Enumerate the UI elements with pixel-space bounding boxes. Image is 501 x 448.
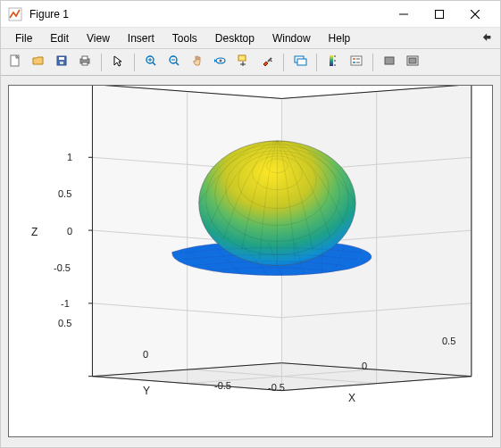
z-tick-1: 1 [67, 152, 72, 162]
menu-file[interactable]: File [6, 29, 41, 47]
printer-icon [78, 54, 92, 71]
data-cursor-button[interactable] [233, 52, 255, 73]
toolbar [1, 49, 500, 76]
y-axis-label: Y [143, 385, 150, 397]
menu-tools[interactable]: Tools [163, 29, 206, 47]
svg-point-20 [220, 60, 222, 62]
hide-plot-tools-button[interactable] [379, 52, 400, 73]
new-figure-button[interactable] [4, 52, 26, 73]
colorbar-icon [326, 54, 340, 71]
zoom-in-button[interactable] [140, 52, 162, 73]
link-icon [293, 54, 307, 71]
x-tick-05: 0.5 [442, 336, 455, 346]
toolbar-separator [316, 54, 317, 71]
x-axis-label: X [348, 392, 355, 404]
svg-line-17 [176, 62, 179, 65]
rotate-icon [213, 54, 228, 71]
rotate3d-button[interactable] [210, 52, 231, 73]
zoom-out-icon [167, 54, 181, 71]
menu-edit[interactable]: Edit [41, 29, 78, 47]
hide-tools-icon [382, 54, 397, 71]
y-tick-05: 0.5 [58, 318, 71, 328]
dock-icon[interactable] [482, 31, 495, 44]
z-axis-label: Z [31, 226, 38, 238]
toolbar-separator [101, 54, 102, 71]
pointer-icon [111, 54, 125, 71]
pan-button[interactable] [187, 52, 208, 73]
menu-desktop[interactable]: Desktop [206, 29, 263, 47]
menu-insert[interactable]: Insert [119, 29, 163, 47]
titlebar: Figure 1 [1, 1, 500, 28]
folder-open-icon [31, 54, 46, 71]
svg-rect-7 [59, 57, 64, 60]
x-tick-0: 0 [362, 361, 367, 371]
svg-line-13 [153, 62, 155, 65]
svg-rect-21 [238, 55, 246, 61]
x-tick-m05: -0.5 [268, 382, 285, 393]
menu-view[interactable]: View [78, 29, 119, 47]
toolbar-separator [372, 54, 373, 71]
svg-rect-26 [297, 59, 306, 65]
svg-rect-36 [385, 57, 394, 64]
z-tick-m05: -0.5 [54, 262, 71, 273]
pan-icon [190, 54, 205, 71]
new-file-icon [8, 54, 22, 71]
svg-rect-11 [82, 62, 88, 65]
minimize-button[interactable] [386, 2, 422, 27]
z-tick-05: 0.5 [58, 188, 71, 199]
svg-rect-8 [60, 62, 63, 64]
open-button[interactable] [28, 52, 49, 73]
axes-3d [9, 86, 492, 436]
brush-button[interactable] [256, 52, 278, 73]
save-button[interactable] [51, 52, 72, 73]
maximize-button[interactable] [422, 2, 457, 27]
y-tick-0: 0 [143, 349, 148, 360]
window-title: Figure 1 [29, 8, 386, 21]
matlab-figure-icon [8, 7, 22, 21]
zoom-in-icon [144, 54, 158, 71]
menu-window[interactable]: Window [263, 29, 320, 47]
y-tick-m05: -0.5 [214, 380, 231, 391]
brush-icon [260, 54, 274, 71]
data-cursor-icon [237, 54, 251, 71]
show-tools-icon [405, 54, 420, 71]
zoom-out-button[interactable] [163, 52, 185, 73]
axes-panel: 1 0.5 0 -0.5 -1 0.5 0 -0.5 -0.5 0 0.5 Z … [8, 85, 493, 437]
figure-canvas[interactable]: 1 0.5 0 -0.5 -1 0.5 0 -0.5 -0.5 0 0.5 Z … [1, 76, 500, 446]
svg-rect-2 [436, 10, 444, 18]
z-tick-0: 0 [67, 226, 72, 236]
menubar: File Edit View Insert Tools Desktop Wind… [1, 28, 500, 49]
toolbar-separator [134, 54, 135, 71]
svg-rect-31 [351, 56, 362, 65]
svg-rect-10 [82, 56, 88, 60]
legend-icon [349, 54, 363, 71]
menu-help[interactable]: Help [320, 29, 360, 47]
print-button[interactable] [74, 52, 96, 73]
link-button[interactable] [289, 52, 311, 73]
legend-button[interactable] [346, 52, 367, 73]
toolbar-separator [283, 54, 284, 71]
colorbar-button[interactable] [322, 52, 344, 73]
save-icon [54, 54, 69, 71]
z-tick-m1: -1 [61, 298, 70, 309]
svg-rect-27 [330, 55, 333, 66]
svg-rect-38 [409, 58, 416, 63]
window-controls [386, 2, 493, 27]
show-plot-tools-button[interactable] [402, 52, 423, 73]
pointer-button[interactable] [107, 52, 129, 73]
close-button[interactable] [457, 2, 493, 27]
